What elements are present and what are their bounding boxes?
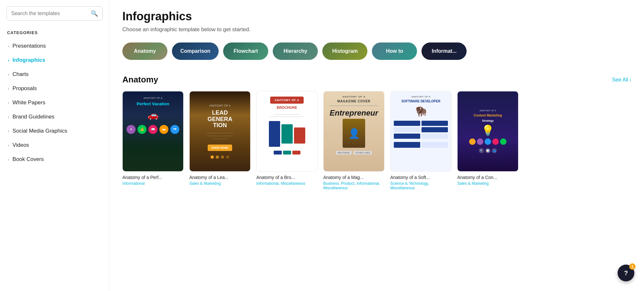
- templates-grid: ANATOMY OF A Perfect Vacation 🚗 ✈ 💰 📖 🏘 …: [122, 91, 631, 193]
- card-thumbnail-4[interactable]: ANATOMY OF A MAGAZINE COVER Entrepreneur…: [323, 91, 384, 172]
- card-title-5: Anatomy of a Soft...: [390, 175, 451, 180]
- card-title-1: Anatomy of a Perf...: [122, 175, 184, 180]
- sidebar-item-label: Infographics: [13, 57, 45, 63]
- template-card-lead-gen[interactable]: ANATOMY OF A LEADGENERATION — — — — — — …: [189, 91, 251, 190]
- search-box[interactable]: 🔍: [6, 6, 103, 21]
- chevron-right-icon: ›: [8, 128, 9, 134]
- card-orbs: [469, 138, 507, 145]
- anatomy-section-header: Anatomy See All ›: [122, 75, 631, 85]
- card-inner-desc: — — — — — — — —— — — — — — — —— — — — —: [207, 131, 233, 140]
- template-card-perfect-vacation[interactable]: ANATOMY OF A Perfect Vacation 🚗 ✈ 💰 📖 🏘 …: [122, 91, 184, 190]
- card-thumbnail-1[interactable]: ANATOMY OF A Perfect Vacation 🚗 ✈ 💰 📖 🏘 …: [122, 91, 184, 172]
- card-shop-button: SHOP NOW!: [208, 145, 232, 151]
- see-all-button[interactable]: See All ›: [612, 77, 631, 83]
- card-thumbnail-2[interactable]: ANATOMY OF A LEADGENERATION — — — — — — …: [189, 91, 251, 172]
- card-circles: ✈ 💰 📖 🏘 🗺: [127, 125, 179, 134]
- card-title-2: Anatomy of a Lea...: [189, 175, 251, 180]
- chevron-right-icon: ›: [630, 77, 631, 83]
- card-thumbnail-6[interactable]: ANATOMY OF A Content Marketing Strategy …: [457, 91, 518, 172]
- template-card-content-marketing[interactable]: ANATOMY OF A Content Marketing Strategy …: [457, 91, 518, 190]
- circle-2: 💰: [137, 125, 147, 134]
- card-bottom-row: [394, 142, 448, 148]
- chevron-right-icon: ›: [8, 143, 9, 148]
- card-inner-subtitle: ANATOMY OF A: [342, 95, 365, 98]
- template-card-software[interactable]: ANATOMY OF A SOFTWARE DEVELOPER 🦬 Anatom…: [390, 91, 451, 190]
- card-thumbnail-3[interactable]: ANATOMY OF A BROCHURE: [256, 91, 317, 172]
- magazine-person-icon: 👤: [343, 119, 365, 148]
- card-rects: [269, 121, 305, 147]
- filter-pills: Anatomy Comparison Flowchart Hierarchy H…: [122, 42, 631, 62]
- search-input[interactable]: [11, 11, 88, 16]
- template-card-magazine[interactable]: ANATOMY OF A MAGAZINE COVER Entrepreneur…: [323, 91, 384, 190]
- search-icon: 🔍: [91, 10, 98, 17]
- filter-pill-anatomy[interactable]: Anatomy: [122, 42, 167, 60]
- help-badge: 1: [629, 263, 636, 270]
- filter-pill-histogram[interactable]: Histogram: [322, 42, 367, 60]
- page-title: Infographics: [122, 10, 631, 23]
- card-inner-title: SOFTWARE DEVELOPER: [401, 99, 440, 103]
- filter-pill-howto[interactable]: How to: [372, 42, 417, 60]
- page-subtitle: Choose an infographic template below to …: [122, 26, 631, 33]
- card-lines: [265, 114, 308, 117]
- card-icon-row: 🔍 📊 👥: [479, 148, 497, 153]
- anatomy-section-title: Anatomy: [122, 75, 158, 85]
- help-icon: ?: [624, 269, 628, 277]
- circle-5: 🗺: [170, 125, 179, 134]
- sidebar-item-brand-guidelines[interactable]: › Brand Guidelines: [6, 110, 103, 124]
- card-dots: [211, 155, 229, 159]
- sidebar-item-social-media-graphics[interactable]: › Social Media Graphics: [6, 124, 103, 138]
- sidebar-item-videos[interactable]: › Videos: [6, 138, 103, 152]
- sidebar-item-infographics[interactable]: › Infographics: [6, 53, 103, 67]
- bison-icon: 🦬: [415, 106, 427, 117]
- filter-pill-hierarchy[interactable]: Hierarchy: [273, 42, 318, 60]
- card-inner-title: LEADGENERATION: [207, 110, 232, 129]
- circle-3: 📖: [148, 125, 157, 134]
- card-inner-subtitle: ANATOMY OF A: [479, 109, 496, 112]
- sidebar-item-label: Book Covers: [13, 156, 44, 163]
- card-inner-title: Content Marketing: [474, 114, 502, 117]
- card-tags-1: Informational: [122, 181, 184, 186]
- categories-label: CATEGORIES: [6, 30, 103, 35]
- card-inner-subtitle: ANATOMY OF A: [411, 95, 430, 98]
- card-inner-title: MAGAZINE COVER: [337, 99, 371, 103]
- sidebar-item-label: White Papers: [13, 99, 45, 106]
- filter-pill-informational[interactable]: Informat...: [421, 42, 467, 60]
- sidebar-item-label: Brand Guidelines: [13, 114, 54, 120]
- help-button[interactable]: ? 1: [618, 265, 634, 281]
- card-tags-2: Sales & Marketing: [189, 181, 251, 186]
- card-inner-subtitle2: Strategy: [482, 119, 494, 122]
- lightbulb-icon: 💡: [481, 124, 494, 136]
- template-card-brochure[interactable]: ANATOMY OF A BROCHURE Anatomy of a Br: [256, 91, 317, 190]
- sidebar-item-label: Charts: [13, 71, 29, 78]
- circle-4: 🏘: [159, 125, 168, 134]
- magazine-name: Entrepreneur: [330, 108, 378, 117]
- sidebar: 🔍 CATEGORIES › Presentations › Infograph…: [0, 0, 109, 291]
- main-content: Infographics Choose an infographic templ…: [109, 0, 644, 291]
- card-divider: [329, 106, 378, 106]
- chevron-right-icon: ›: [8, 43, 9, 49]
- filter-pill-flowchart[interactable]: Flowchart: [223, 42, 268, 60]
- card-thumbnail-5[interactable]: ANATOMY OF A SOFTWARE DEVELOPER 🦬: [390, 91, 451, 172]
- sidebar-item-white-papers[interactable]: › White Papers: [6, 96, 103, 110]
- sidebar-item-book-covers[interactable]: › Book Covers: [6, 152, 103, 166]
- card-inner-subtitle: ANATOMY OF A: [270, 97, 304, 104]
- card-tags-5: Science & Technology, Miscellaneous: [390, 181, 451, 190]
- sidebar-item-label: Proposals: [13, 85, 37, 92]
- chevron-right-icon: ›: [8, 72, 9, 77]
- card-inner-title: Perfect Vacation: [137, 101, 169, 107]
- card-tags-6: Sales & Marketing: [457, 181, 518, 186]
- sidebar-item-charts[interactable]: › Charts: [6, 67, 103, 81]
- sidebar-item-label: Videos: [13, 142, 29, 148]
- card-inner-title: BROCHURE: [277, 106, 297, 109]
- card-title-6: Anatomy of a Con...: [457, 175, 518, 180]
- card-inner-subtitle: ANATOMY OF A: [209, 104, 231, 107]
- sidebar-item-presentations[interactable]: › Presentations: [6, 39, 103, 53]
- chevron-right-icon: ›: [8, 86, 9, 91]
- sidebar-item-proposals[interactable]: › Proposals: [6, 81, 103, 96]
- card-bottom-tags: MASTHEAD COVER LINES: [336, 151, 372, 155]
- car-icon: 🚗: [147, 110, 159, 120]
- circle-1: ✈: [127, 125, 136, 134]
- filter-pill-comparison[interactable]: Comparison: [172, 42, 219, 60]
- sidebar-item-label: Social Media Graphics: [13, 128, 67, 134]
- card-title-3: Anatomy of a Bro...: [256, 175, 317, 180]
